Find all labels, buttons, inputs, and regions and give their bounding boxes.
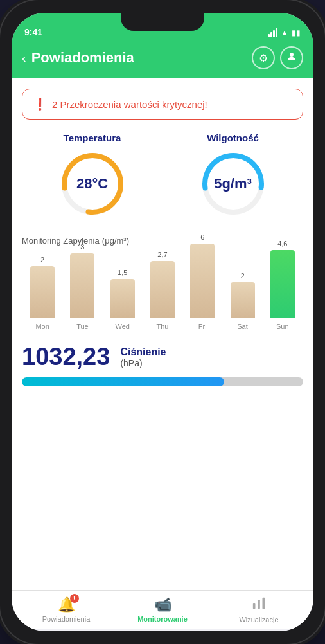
signal-icon xyxy=(268,28,277,37)
humidity-gauge-wrap: 5g/m³ xyxy=(198,148,268,219)
gauges-row: Temperatura 28°C Wilgotność xyxy=(22,132,303,219)
svg-point-0 xyxy=(290,53,294,57)
bar-day-mon: Mon xyxy=(35,323,49,330)
alert-icon: ❗ xyxy=(33,97,47,111)
page-title: Powiadomienia xyxy=(31,49,134,66)
chart-unit: (μg/m³) xyxy=(102,236,129,246)
header-icons: ⚙ xyxy=(252,46,303,69)
wifi-icon: ▲ xyxy=(281,28,288,37)
humidity-gauge: Wilgotność 5g/m³ xyxy=(198,132,268,219)
user-icon xyxy=(286,51,297,65)
humidity-value: 5g/m³ xyxy=(214,175,252,192)
bar-thu xyxy=(150,261,175,318)
chart-bars: 2 Mon 3 Tue 1,5 Wed xyxy=(24,253,301,330)
bar-col-sat: 2 Sat xyxy=(224,272,260,330)
alert-banner: ❗ 2 Przekroczenia wartości krytycznej! xyxy=(22,89,303,120)
bar-day-tue: Tue xyxy=(76,323,89,330)
bar-value-thu: 2,7 xyxy=(157,251,167,258)
nav-label-powiadomienia: Powiadomienia xyxy=(42,615,91,623)
nav-label-monitorowanie: Monitorowanie xyxy=(137,615,188,623)
bar-col-mon: 2 Mon xyxy=(24,256,60,330)
bell-icon: 🔔 ! xyxy=(58,596,75,613)
bar-mon xyxy=(30,266,55,318)
temperature-label: Temperatura xyxy=(64,132,121,143)
bar-day-sat: Sat xyxy=(237,323,248,330)
svg-rect-6 xyxy=(258,600,260,609)
temperature-gauge-wrap: 28°C xyxy=(57,148,128,219)
nav-item-wizualizacje[interactable]: Wizualizacje xyxy=(211,596,307,623)
temperature-gauge: Temperatura 28°C xyxy=(57,132,128,219)
alert-text: 2 Przekroczenia wartości krytycznej! xyxy=(52,99,207,110)
gear-icon: ⚙ xyxy=(259,52,268,64)
bar-col-tue: 3 Tue xyxy=(64,243,100,330)
nav-item-powiadomienia[interactable]: 🔔 ! Powiadomienia xyxy=(18,596,114,623)
bar-value-mon: 2 xyxy=(40,256,44,264)
bar-tue xyxy=(70,253,94,318)
bar-value-sat: 2 xyxy=(240,272,244,280)
pressure-label: Ciśnienie xyxy=(120,346,166,358)
phone-screen: 9:41 ▲ ▮▮ ‹ Powiadomienia ⚙ xyxy=(12,13,313,631)
bar-sun xyxy=(270,250,295,318)
battery-icon: ▮▮ xyxy=(292,28,301,37)
bar-wed xyxy=(110,279,135,318)
back-button[interactable]: ‹ xyxy=(22,51,26,66)
bar-value-wed: 1,5 xyxy=(118,269,127,276)
bar-day-thu: Thu xyxy=(157,323,169,330)
svg-rect-5 xyxy=(253,603,256,609)
humidity-label: Wilgotność xyxy=(207,132,259,143)
nav-label-wizualizacje: Wizualizacje xyxy=(239,616,278,623)
status-icons: ▲ ▮▮ xyxy=(268,28,301,37)
status-time: 9:41 xyxy=(24,27,42,37)
bar-day-fri: Fri xyxy=(198,323,207,330)
pressure-section: 1032,23 Ciśnienie (hPa) xyxy=(22,343,303,386)
settings-button[interactable]: ⚙ xyxy=(252,46,275,69)
notch xyxy=(121,13,204,31)
pressure-progress-container xyxy=(22,377,303,386)
temperature-value: 28°C xyxy=(76,175,108,192)
bar-day-wed: Wed xyxy=(115,323,129,330)
main-content: ❗ 2 Przekroczenia wartości krytycznej! T… xyxy=(12,78,313,590)
chart-section: Monitoring Zapylenia (μg/m³) 2 Mon 3 xyxy=(22,235,303,330)
pressure-value: 1032,23 xyxy=(22,343,110,371)
bar-value-sun: 4,6 xyxy=(277,240,287,247)
bar-day-sun: Sun xyxy=(276,323,289,330)
nav-item-monitorowanie[interactable]: 📹 Monitorowanie xyxy=(114,596,211,623)
svg-rect-7 xyxy=(263,598,265,609)
pressure-unit: (hPa) xyxy=(120,358,166,368)
bar-col-wed: 1,5 Wed xyxy=(105,269,141,330)
header-left: ‹ Powiadomienia xyxy=(22,49,134,66)
bar-col-fri: 6 Fri xyxy=(184,233,220,330)
chart-icon xyxy=(252,596,266,614)
bar-value-fri: 6 xyxy=(200,233,204,241)
camera-icon: 📹 xyxy=(154,596,171,613)
pressure-progress-fill xyxy=(22,377,224,386)
phone-frame: 9:41 ▲ ▮▮ ‹ Powiadomienia ⚙ xyxy=(0,0,325,644)
header: ‹ Powiadomienia ⚙ xyxy=(12,41,313,78)
bottom-nav: 🔔 ! Powiadomienia 📹 Monitorowanie xyxy=(12,590,313,629)
bar-fri xyxy=(190,244,215,318)
chart-area: 2 Mon 3 Tue 1,5 Wed xyxy=(22,253,303,330)
pressure-label-group: Ciśnienie (hPa) xyxy=(120,346,166,368)
bar-col-sun: 4,6 Sun xyxy=(265,240,301,330)
bar-col-thu: 2,7 Thu xyxy=(145,251,180,330)
bar-value-tue: 3 xyxy=(80,243,84,251)
bar-sat xyxy=(231,282,255,318)
user-button[interactable] xyxy=(280,46,303,69)
pressure-row: 1032,23 Ciśnienie (hPa) xyxy=(22,343,303,371)
notification-badge: ! xyxy=(70,594,79,603)
